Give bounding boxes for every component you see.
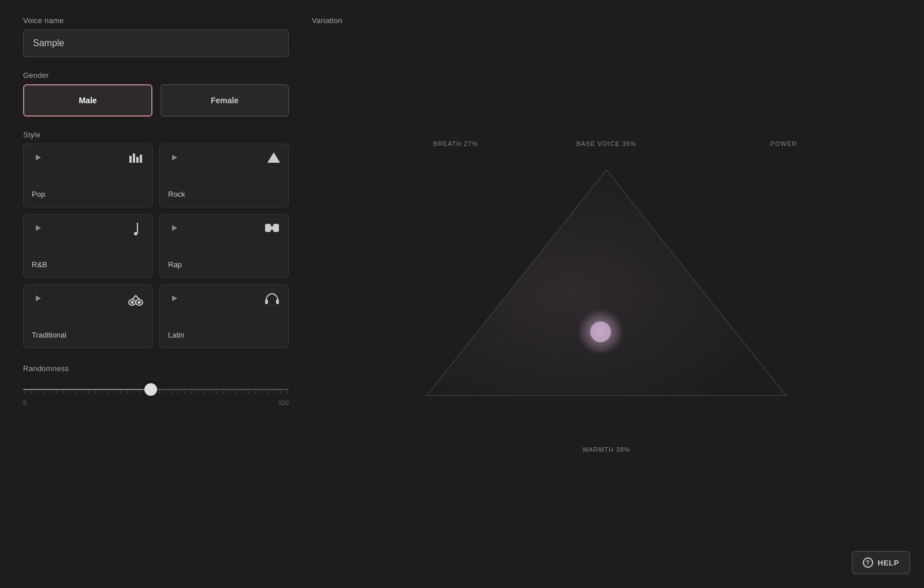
- pop-icon: [128, 151, 144, 171]
- randomness-section: Randomness: [23, 364, 289, 406]
- randomness-slider-container: 0 100: [23, 389, 289, 406]
- randomness-track[interactable]: [23, 389, 289, 390]
- svg-marker-4: [267, 152, 280, 163]
- main-layout: Voice name Gender Male Female Style: [0, 0, 924, 588]
- style-card-latin[interactable]: Latin: [159, 284, 289, 348]
- svg-rect-9: [270, 226, 274, 230]
- style-card-rap[interactable]: Rap: [159, 214, 289, 278]
- voice-name-label: Voice name: [23, 16, 289, 25]
- variation-label: Variation: [312, 16, 901, 25]
- svg-point-20: [590, 321, 611, 342]
- play-rnb-button[interactable]: [32, 222, 44, 234]
- help-label: HELP: [878, 559, 899, 567]
- help-button[interactable]: ? HELP: [852, 551, 910, 574]
- triangle-visualization[interactable]: BREATH 27% BASE VOICE 35% POWER WARMTH 3…: [410, 136, 803, 470]
- rnb-icon: [131, 222, 144, 241]
- style-name-latin: Latin: [168, 331, 280, 339]
- randomness-min-label: 0: [23, 399, 27, 406]
- randomness-max-label: 100: [278, 399, 289, 406]
- style-name-pop: Pop: [32, 190, 144, 199]
- style-name-rock: Rock: [168, 190, 280, 199]
- style-name-rnb: R&B: [32, 260, 144, 269]
- svg-point-13: [137, 301, 141, 304]
- svg-rect-1: [133, 153, 135, 163]
- left-panel: Voice name Gender Male Female Style: [23, 16, 289, 572]
- style-card-pop[interactable]: Pop: [23, 144, 152, 207]
- svg-line-15: [136, 295, 139, 299]
- style-card-rnb[interactable]: R&B: [23, 214, 152, 278]
- svg-rect-17: [276, 299, 279, 304]
- svg-marker-19: [427, 170, 785, 395]
- rap-icon: [264, 222, 280, 238]
- warmth-label: WARMTH 38%: [583, 446, 631, 453]
- play-rap-button[interactable]: [168, 222, 181, 234]
- svg-line-14: [132, 295, 136, 299]
- randomness-thumb[interactable]: [144, 383, 157, 396]
- svg-point-6: [134, 232, 137, 235]
- svg-rect-0: [129, 156, 132, 163]
- rock-icon: [267, 151, 280, 171]
- style-name-traditional: Traditional: [32, 331, 144, 339]
- triangle-container[interactable]: BREATH 27% BASE VOICE 35% POWER WARMTH 3…: [312, 34, 901, 572]
- gender-female-button[interactable]: Female: [161, 84, 289, 117]
- gender-row: Male Female: [23, 84, 289, 117]
- randomness-slider-labels: 0 100: [23, 399, 289, 406]
- play-latin-button[interactable]: [168, 292, 181, 305]
- voice-name-input[interactable]: [23, 29, 289, 57]
- help-icon: ?: [863, 557, 873, 568]
- svg-rect-16: [265, 299, 268, 304]
- style-card-rock[interactable]: Rock: [159, 144, 289, 207]
- svg-rect-3: [140, 155, 142, 163]
- latin-icon: [264, 292, 280, 310]
- variation-svg[interactable]: [410, 153, 803, 453]
- svg-point-11: [131, 301, 134, 304]
- voice-name-section: Voice name: [23, 16, 289, 57]
- gender-section: Gender Male Female: [23, 71, 289, 117]
- play-traditional-button[interactable]: [32, 292, 44, 305]
- play-rock-button[interactable]: [168, 151, 181, 164]
- gender-label: Gender: [23, 71, 289, 80]
- right-panel: Variation BREATH 27% BASE VOICE 35% POWE…: [312, 16, 901, 572]
- svg-rect-2: [136, 157, 139, 163]
- base-voice-label: BASE VOICE 35%: [576, 140, 636, 147]
- style-section: Style: [23, 130, 289, 348]
- play-pop-button[interactable]: [32, 151, 44, 164]
- breath-label: BREATH 27%: [433, 140, 478, 147]
- randomness-label: Randomness: [23, 364, 289, 373]
- gender-male-button[interactable]: Male: [23, 84, 152, 117]
- style-label: Style: [23, 130, 289, 139]
- style-grid: Pop Rock: [23, 144, 289, 348]
- style-name-rap: Rap: [168, 260, 280, 269]
- traditional-icon: [128, 292, 144, 310]
- power-label: POWER: [770, 140, 797, 147]
- style-card-traditional[interactable]: Traditional: [23, 284, 152, 348]
